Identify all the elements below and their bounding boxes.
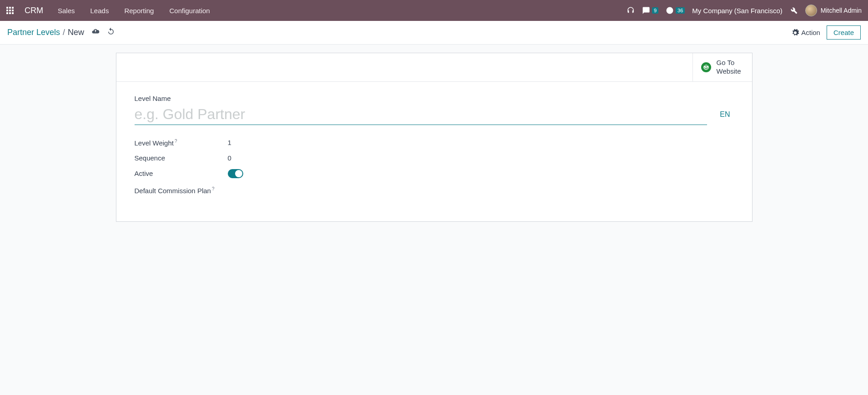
globe-icon <box>701 62 711 72</box>
level-weight-row: Level Weight? 1 <box>135 135 371 150</box>
active-toggle-cell <box>228 169 243 178</box>
breadcrumb-root[interactable]: Partner Levels <box>7 28 60 37</box>
company-switcher[interactable]: My Company (San Francisco) <box>692 7 782 15</box>
cloud-save-icon[interactable] <box>91 27 100 38</box>
debug-tools-icon[interactable] <box>790 6 798 15</box>
help-icon[interactable]: ? <box>175 139 177 144</box>
breadcrumb-sep: / <box>63 28 65 37</box>
apps-grid-icon[interactable] <box>6 7 14 14</box>
active-toggle[interactable] <box>228 169 243 178</box>
activities-badge: 36 <box>676 7 685 14</box>
active-row: Active <box>135 165 371 182</box>
help-icon[interactable]: ? <box>212 186 215 191</box>
support-icon[interactable] <box>627 6 635 15</box>
action-button[interactable]: Action <box>791 29 820 37</box>
sequence-label: Sequence <box>135 154 228 162</box>
top-navbar: CRM Sales Leads Reporting Configuration … <box>0 0 868 21</box>
user-menu[interactable]: Mitchell Admin <box>805 5 862 16</box>
sequence-row: Sequence 0 <box>135 150 371 165</box>
messages-button[interactable]: 9 <box>642 6 658 15</box>
commission-label: Default Commission Plan? <box>135 185 228 196</box>
controlbar-right: Action Create <box>791 25 861 40</box>
sheet-top: Go To Website <box>116 53 752 82</box>
level-name-label: Level Name <box>135 95 734 102</box>
avatar-icon <box>805 5 817 16</box>
goto-website-button[interactable]: Go To Website <box>692 53 752 81</box>
sequence-value[interactable]: 0 <box>228 154 231 162</box>
topnav-right: 9 36 My Company (San Francisco) Mitchell… <box>627 5 862 16</box>
commission-row: Default Commission Plan? <box>135 182 371 200</box>
goto-line2: Website <box>717 67 741 76</box>
activities-button[interactable]: 36 <box>666 6 685 15</box>
level-name-group: Level Name EN <box>135 95 734 125</box>
create-button[interactable]: Create <box>827 25 861 40</box>
sheet-body: Level Name EN Level Weight? 1 Sequence 0 <box>116 82 752 222</box>
goto-line1: Go To <box>717 59 741 67</box>
level-name-row: EN <box>135 104 734 125</box>
user-name: Mitchell Admin <box>821 7 862 14</box>
app-title[interactable]: CRM <box>25 6 43 15</box>
level-weight-label: Level Weight? <box>135 139 228 147</box>
nav-leads[interactable]: Leads <box>87 4 113 17</box>
language-button[interactable]: EN <box>720 110 730 119</box>
breadcrumb-current: New <box>68 28 84 37</box>
goto-website-text: Go To Website <box>717 59 741 76</box>
breadcrumb: Partner Levels / New <box>7 27 115 38</box>
form-sheet: Go To Website Level Name EN Level Weight… <box>116 53 753 222</box>
messages-badge: 9 <box>652 7 658 14</box>
level-weight-value[interactable]: 1 <box>228 139 231 146</box>
sheet-wrap: Go To Website Level Name EN Level Weight… <box>0 45 868 230</box>
active-label: Active <box>135 170 228 177</box>
control-bar: Partner Levels / New Action Create <box>0 21 868 45</box>
action-label: Action <box>801 29 820 36</box>
topnav-left: CRM Sales Leads Reporting Configuration <box>6 4 214 17</box>
nav-sales[interactable]: Sales <box>54 4 79 17</box>
nav-configuration[interactable]: Configuration <box>166 4 213 17</box>
props-table: Level Weight? 1 Sequence 0 Active Def <box>135 135 371 200</box>
nav-reporting[interactable]: Reporting <box>120 4 157 17</box>
level-name-input[interactable] <box>135 104 707 125</box>
discard-icon[interactable] <box>107 27 115 38</box>
